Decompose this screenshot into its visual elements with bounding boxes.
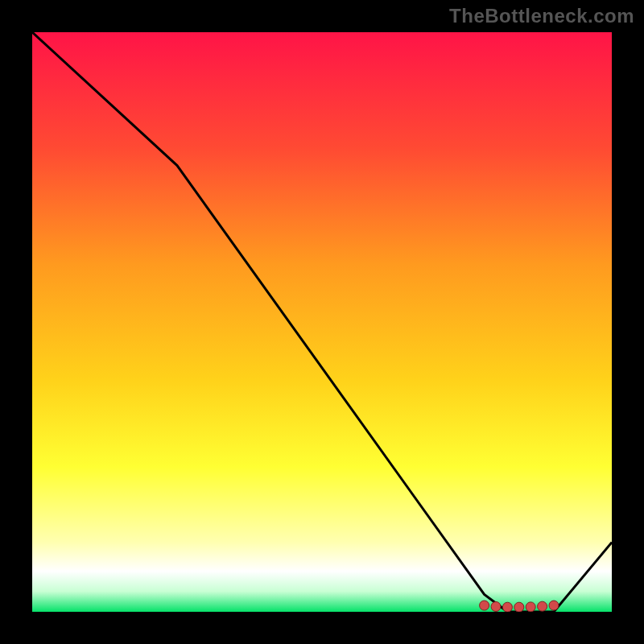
watermark-text: TheBottleneck.com <box>449 5 634 27</box>
data-marker <box>526 602 535 612</box>
data-marker <box>549 601 559 610</box>
data-marker <box>538 601 547 611</box>
gradient-background <box>32 32 612 612</box>
data-marker <box>491 602 501 612</box>
data-marker <box>514 602 524 612</box>
data-marker <box>502 602 512 612</box>
chart-frame: TheBottleneck.com <box>0 0 644 644</box>
data-marker <box>480 601 489 610</box>
chart-svg <box>32 32 612 612</box>
plot-area <box>32 32 612 612</box>
